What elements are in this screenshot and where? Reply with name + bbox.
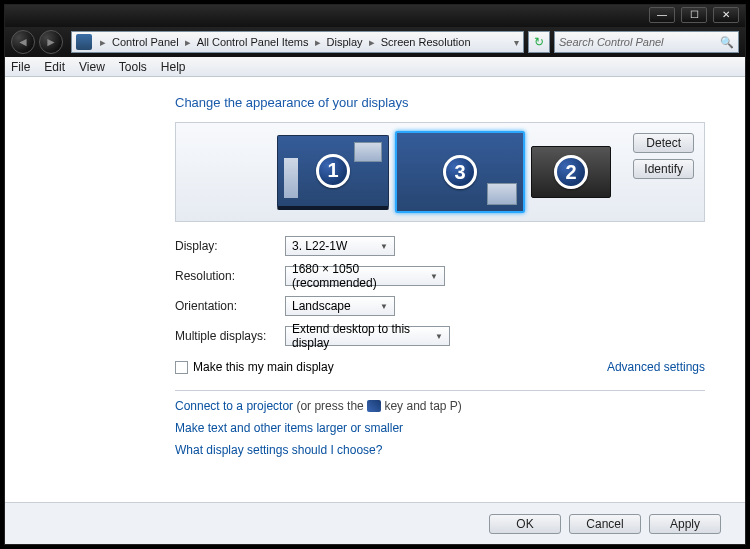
titlebar[interactable]: — ☐ ✕ xyxy=(5,5,745,27)
chevron-right-icon: ▸ xyxy=(365,36,379,49)
menu-view[interactable]: View xyxy=(79,60,105,74)
thumbnail-icon xyxy=(487,183,517,205)
menubar: File Edit View Tools Help xyxy=(5,57,745,77)
breadcrumb-item[interactable]: Display xyxy=(325,36,365,48)
maximize-button[interactable]: ☐ xyxy=(681,7,707,23)
breadcrumb-item[interactable]: Screen Resolution xyxy=(379,36,473,48)
chevron-right-icon: ▸ xyxy=(181,36,195,49)
monitor-2[interactable]: 2 xyxy=(531,146,611,198)
main-display-label: Make this my main display xyxy=(193,360,334,374)
monitor-1[interactable]: 1 xyxy=(277,135,389,210)
menu-edit[interactable]: Edit xyxy=(44,60,65,74)
page-title: Change the appearance of your displays xyxy=(175,95,705,110)
divider xyxy=(175,390,705,391)
advanced-settings-link[interactable]: Advanced settings xyxy=(607,360,705,374)
monitor-number: 1 xyxy=(316,154,350,188)
windows-key-icon xyxy=(367,400,381,412)
resolution-select[interactable]: 1680 × 1050 (recommended) xyxy=(285,266,445,286)
refresh-button[interactable]: ↻ xyxy=(528,31,550,53)
resolution-label: Resolution: xyxy=(175,269,285,283)
menu-file[interactable]: File xyxy=(11,60,30,74)
chevron-right-icon: ▸ xyxy=(311,36,325,49)
ok-button[interactable]: OK xyxy=(489,514,561,534)
thumbnail-icon xyxy=(284,158,298,198)
multiple-displays-select[interactable]: Extend desktop to this display xyxy=(285,326,450,346)
display-preview[interactable]: 1 3 2 Detect Identify xyxy=(175,122,705,222)
orientation-label: Orientation: xyxy=(175,299,285,313)
window-frame: — ☐ ✕ ◄ ► ▸ Control Panel ▸ All Control … xyxy=(4,4,746,545)
thumbnail-icon xyxy=(354,142,382,162)
forward-button[interactable]: ► xyxy=(39,30,63,54)
text-size-link[interactable]: Make text and other items larger or smal… xyxy=(175,421,705,435)
monitor-3[interactable]: 3 xyxy=(395,131,525,213)
display-label: Display: xyxy=(175,239,285,253)
breadcrumb-item[interactable]: All Control Panel Items xyxy=(195,36,311,48)
main-display-checkbox[interactable] xyxy=(175,361,188,374)
breadcrumb-item[interactable]: Control Panel xyxy=(110,36,181,48)
minimize-button[interactable]: — xyxy=(649,7,675,23)
back-button[interactable]: ◄ xyxy=(11,30,35,54)
client-area: Change the appearance of your displays 1… xyxy=(5,77,745,544)
menu-help[interactable]: Help xyxy=(161,60,186,74)
cancel-button[interactable]: Cancel xyxy=(569,514,641,534)
projector-link[interactable]: Connect to a projector (or press the key… xyxy=(175,399,705,413)
chevron-right-icon: ▸ xyxy=(96,36,110,49)
display-select[interactable]: 3. L22-1W xyxy=(285,236,395,256)
search-input[interactable]: Search Control Panel 🔍 xyxy=(554,31,739,53)
monitor-number: 3 xyxy=(443,155,477,189)
search-icon: 🔍 xyxy=(720,36,734,49)
apply-button[interactable]: Apply xyxy=(649,514,721,534)
multiple-label: Multiple displays: xyxy=(175,329,285,343)
orientation-select[interactable]: Landscape xyxy=(285,296,395,316)
monitor-number: 2 xyxy=(554,155,588,189)
identify-button[interactable]: Identify xyxy=(633,159,694,179)
control-panel-icon xyxy=(76,34,92,50)
detect-button[interactable]: Detect xyxy=(633,133,694,153)
close-button[interactable]: ✕ xyxy=(713,7,739,23)
breadcrumb[interactable]: ▸ Control Panel ▸ All Control Panel Item… xyxy=(71,31,524,53)
menu-tools[interactable]: Tools xyxy=(119,60,147,74)
breadcrumb-dropdown[interactable]: ▾ xyxy=(514,37,519,48)
address-bar-row: ◄ ► ▸ Control Panel ▸ All Control Panel … xyxy=(5,27,745,57)
help-link[interactable]: What display settings should I choose? xyxy=(175,443,705,457)
button-bar: OK Cancel Apply xyxy=(5,502,745,544)
search-placeholder: Search Control Panel xyxy=(559,36,664,48)
